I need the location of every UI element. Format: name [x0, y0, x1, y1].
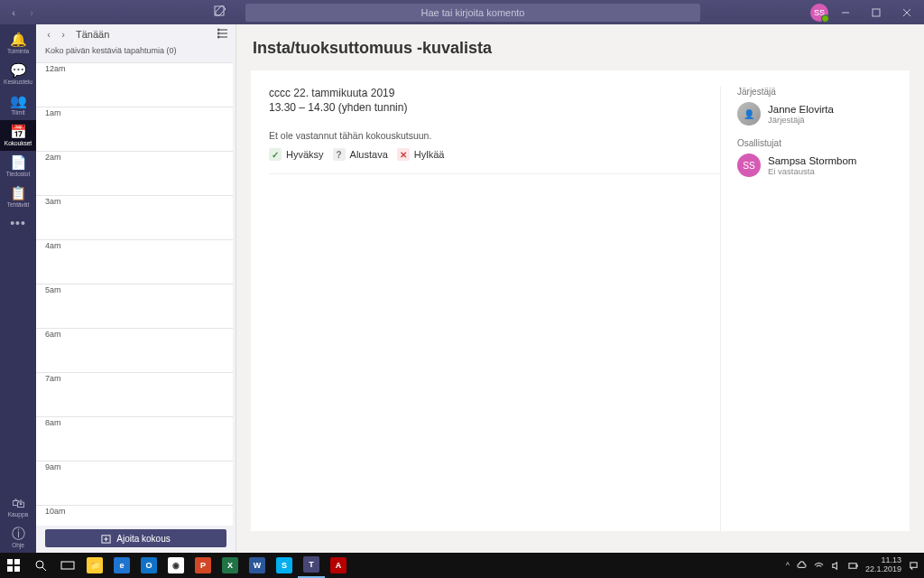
- tray-cloud-icon[interactable]: [797, 561, 807, 571]
- svg-rect-22: [856, 564, 857, 566]
- search-icon: [34, 559, 47, 572]
- svg-rect-17: [14, 566, 20, 572]
- check-icon: ✓: [269, 148, 282, 161]
- rail-item-activity[interactable]: 🔔 Toiminta: [0, 28, 36, 59]
- rail-more-button[interactable]: •••: [10, 216, 26, 230]
- task-view-button[interactable]: [54, 553, 81, 578]
- svg-rect-16: [7, 566, 13, 572]
- calendar-icon: 📅: [10, 125, 27, 138]
- start-button[interactable]: [0, 553, 27, 578]
- user-avatar[interactable]: SS: [810, 4, 828, 22]
- rail-item-chat[interactable]: 💬 Keskustelu: [0, 59, 36, 89]
- organizer-entry[interactable]: 👤 Janne Elovirta Järjestäjä: [737, 102, 892, 126]
- tray-battery-icon[interactable]: [848, 561, 858, 571]
- rail-item-files[interactable]: 📄 Tiedostot: [0, 151, 36, 182]
- tentative-button[interactable]: ? Alustava: [333, 148, 388, 161]
- windows-taskbar: 📁 e O ◉ P X W S T A ^ 11.13 22.1.2019: [0, 553, 924, 578]
- task-view-icon: [60, 560, 75, 571]
- meeting-title: Insta/tuoksuttomuus -kuvalista: [236, 24, 924, 70]
- rail-item-help[interactable]: ⓘ Ohje: [0, 522, 36, 553]
- hour-row[interactable]: 4am: [36, 240, 233, 284]
- chat-icon: 💬: [10, 63, 27, 77]
- window-close-button[interactable]: [893, 0, 920, 24]
- taskbar-app-edge[interactable]: e: [108, 553, 135, 578]
- meeting-card: cccc 22. tammikuuta 2019 13.30 – 14.30 (…: [251, 70, 910, 531]
- tasks-icon: 📋: [10, 186, 27, 200]
- rail-item-tasks[interactable]: 📋 Tehtävät: [0, 182, 36, 212]
- accept-button[interactable]: ✓ Hyväksy: [269, 148, 324, 161]
- taskbar-app-chrome[interactable]: ◉: [162, 553, 189, 578]
- window-maximize-button[interactable]: [863, 0, 890, 24]
- calendar-prev-button[interactable]: ‹: [43, 29, 54, 40]
- tray-volume-icon[interactable]: [831, 561, 841, 571]
- title-bar: ‹ › Hae tai kirjoita komento SS: [0, 0, 924, 24]
- response-prompt: Et ole vastannut tähän kokouskutsuun.: [269, 130, 720, 141]
- taskbar-app-teams[interactable]: T: [298, 553, 325, 578]
- search-input[interactable]: Hae tai kirjoita komento: [245, 4, 700, 22]
- hour-row[interactable]: 3am: [36, 196, 233, 240]
- svg-rect-21: [849, 563, 856, 568]
- hour-row[interactable]: 10am: [36, 506, 233, 526]
- nav-back-button[interactable]: ‹: [5, 5, 22, 21]
- participants-heading: Osallistujat: [737, 138, 892, 148]
- participant-entry[interactable]: SS Sampsa Stormbom Ei vastausta: [737, 154, 892, 177]
- svg-rect-15: [14, 559, 20, 564]
- tray-wifi-icon[interactable]: [814, 561, 824, 571]
- hour-row[interactable]: 12am: [36, 63, 233, 107]
- meeting-time: 13.30 – 14.30 (yhden tunnin): [269, 101, 720, 114]
- svg-point-9: [217, 33, 219, 34]
- question-icon: ?: [333, 148, 346, 161]
- app-rail: 🔔 Toiminta 💬 Keskustelu 👥 Tiimit 📅 Kokou…: [0, 24, 36, 553]
- hour-row[interactable]: 6am: [36, 329, 233, 373]
- hour-row[interactable]: 2am: [36, 152, 233, 196]
- svg-rect-14: [7, 559, 13, 564]
- nav-forward-button[interactable]: ›: [23, 5, 40, 21]
- organizer-name: Janne Elovirta: [768, 104, 834, 115]
- calendar-next-button[interactable]: ›: [58, 29, 69, 40]
- tray-chevron-icon[interactable]: ^: [786, 561, 790, 570]
- calendar-today-label[interactable]: Tänään: [76, 29, 109, 40]
- rail-item-teams[interactable]: 👥 Tiimit: [0, 89, 36, 120]
- svg-point-10: [217, 36, 219, 38]
- meeting-detail-pane: Insta/tuoksuttomuus -kuvalista cccc 22. …: [236, 24, 924, 553]
- hour-row[interactable]: 1am: [36, 107, 233, 152]
- rail-item-meetings[interactable]: 📅 Kokoukset: [0, 120, 36, 151]
- svg-line-19: [42, 567, 46, 571]
- calendar-time-grid[interactable]: 12am 1am 2am 3am 4am 5am 6am 7am 8am 9am…: [36, 62, 233, 526]
- window-minimize-button[interactable]: [832, 0, 859, 24]
- decline-button[interactable]: ✕ Hylkää: [397, 148, 445, 161]
- meeting-date: cccc 22. tammikuuta 2019: [269, 87, 720, 99]
- search-placeholder: Hae tai kirjoita komento: [421, 7, 525, 18]
- windows-icon: [7, 559, 20, 572]
- taskbar-app-outlook[interactable]: O: [135, 553, 162, 578]
- hour-row[interactable]: 9am: [36, 461, 233, 506]
- tray-clock[interactable]: 11.13 22.1.2019: [865, 556, 901, 574]
- taskbar-app-powerpoint[interactable]: P: [189, 553, 217, 578]
- calendar-agenda-button[interactable]: [217, 26, 228, 42]
- taskbar-app-excel[interactable]: X: [217, 553, 244, 578]
- tray-notifications-icon[interactable]: [909, 561, 919, 571]
- hour-row[interactable]: 5am: [36, 284, 233, 329]
- svg-rect-23: [910, 562, 917, 567]
- taskbar-app-acrobat[interactable]: A: [325, 553, 352, 578]
- rail-item-store[interactable]: 🛍 Kauppa: [0, 491, 36, 522]
- taskbar-app-explorer[interactable]: 📁: [81, 553, 108, 578]
- taskbar-app-word[interactable]: W: [244, 553, 271, 578]
- participant-name: Sampsa Stormbom: [768, 155, 856, 166]
- svg-rect-2: [873, 9, 880, 16]
- help-icon: ⓘ: [12, 527, 25, 540]
- hour-row[interactable]: 7am: [36, 373, 233, 417]
- avatar-icon: SS: [737, 154, 761, 177]
- calendar-panel: ‹ › Tänään Koko päivän kestäviä tapahtum…: [36, 24, 236, 553]
- compose-icon[interactable]: [211, 5, 229, 20]
- teams-icon: 👥: [10, 94, 27, 107]
- search-button[interactable]: [27, 553, 54, 578]
- bell-icon: 🔔: [10, 33, 27, 46]
- organizer-role: Järjestäjä: [768, 115, 834, 125]
- hour-row[interactable]: 8am: [36, 417, 233, 461]
- scrollbar[interactable]: [233, 62, 236, 526]
- svg-rect-20: [61, 562, 74, 569]
- schedule-meeting-button[interactable]: Ajoita kokous: [45, 529, 226, 547]
- taskbar-app-skype[interactable]: S: [271, 553, 298, 578]
- svg-point-18: [36, 561, 43, 568]
